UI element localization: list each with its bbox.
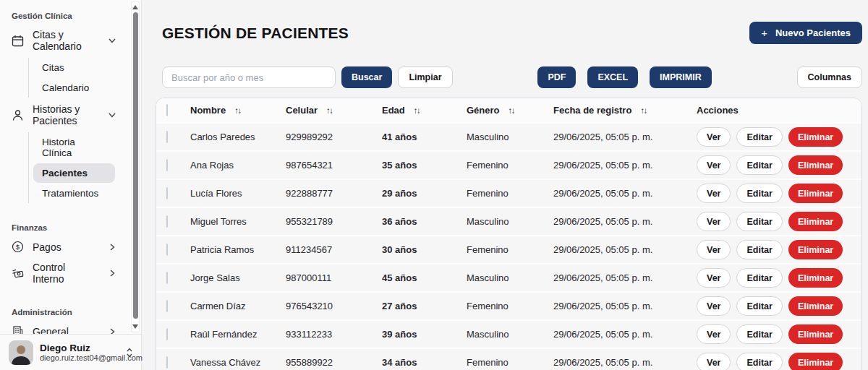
section-administracion: Administración	[0, 289, 141, 321]
row-checkbox[interactable]	[166, 356, 168, 369]
view-button[interactable]: Ver	[697, 212, 731, 231]
cell-date: 29/06/2025, 05:05 p. m.	[553, 244, 697, 255]
user-icon	[12, 109, 24, 121]
view-button[interactable]: Ver	[697, 324, 731, 344]
search-button[interactable]: Buscar	[341, 66, 392, 88]
sidebar-item-label: Pagos	[33, 241, 99, 253]
new-patient-button[interactable]: + Nuevo Pacientes	[749, 22, 862, 44]
delete-button[interactable]: Eliminar	[788, 184, 843, 203]
row-checkbox[interactable]	[166, 300, 168, 312]
sidebar-item-citas-calendario[interactable]: Citas y Calendario	[0, 25, 141, 56]
sidebar-item-citas[interactable]: Citas	[33, 58, 115, 77]
chevron-right-icon	[108, 269, 116, 278]
pdf-button[interactable]: PDF	[537, 66, 576, 88]
view-button[interactable]: Ver	[697, 127, 731, 147]
scroll-down-icon[interactable]	[132, 322, 139, 331]
sidebar-item-pagos[interactable]: $ Pagos	[0, 236, 141, 257]
edit-button[interactable]: Editar	[736, 353, 782, 370]
cell-age: 36 años	[382, 216, 467, 227]
view-button[interactable]: Ver	[697, 353, 731, 370]
cell-age: 35 años	[382, 160, 467, 171]
delete-button[interactable]: Eliminar	[788, 353, 843, 370]
excel-button[interactable]: EXCEL	[587, 66, 638, 88]
cell-name: Carlos Paredes	[190, 132, 286, 142]
edit-button[interactable]: Editar	[736, 184, 782, 203]
print-button[interactable]: IMPRIMIR	[650, 66, 712, 88]
export-group: PDF EXCEL IMPRIMIR	[537, 66, 711, 88]
edit-button[interactable]: Editar	[736, 240, 782, 259]
row-checkbox[interactable]	[166, 131, 168, 143]
sort-icon[interactable]: ↑↓	[234, 106, 241, 115]
historias-sub-list: Historia Clínica Pacientes Tratamientos	[28, 132, 115, 203]
cell-date: 29/06/2025, 05:05 p. m.	[553, 160, 697, 171]
sidebar-item-historia-clinica[interactable]: Historia Clínica	[33, 132, 115, 163]
cell-date: 29/06/2025, 05:05 p. m.	[553, 188, 697, 199]
delete-button[interactable]: Eliminar	[788, 127, 843, 147]
edit-button[interactable]: Editar	[736, 155, 782, 175]
sidebar-scrollbar[interactable]	[131, 1, 140, 332]
select-all-checkbox[interactable]	[166, 104, 168, 116]
delete-button[interactable]: Eliminar	[788, 212, 843, 231]
chevron-down-icon	[108, 36, 116, 45]
sidebar-item-control-interno[interactable]: Control Interno	[0, 257, 141, 289]
view-button[interactable]: Ver	[697, 184, 731, 203]
col-header-edad: Edad	[382, 105, 405, 116]
scrollbar-thumb[interactable]	[133, 12, 138, 319]
table-row: Ana Rojas 987654321 35 años Femenino 29/…	[156, 150, 861, 178]
cell-age: 45 años	[382, 272, 467, 283]
col-header-genero: Género	[467, 105, 500, 116]
delete-button[interactable]: Eliminar	[788, 324, 843, 344]
row-checkbox[interactable]	[166, 159, 168, 171]
row-checkbox[interactable]	[166, 328, 168, 340]
row-checkbox[interactable]	[166, 272, 168, 284]
user-menu[interactable]: Diego Ruiz diego.ruiz.test04@gmail.com	[0, 334, 141, 370]
cell-age: 39 años	[382, 329, 467, 340]
table-row: Lucía Flores 922888777 29 años Femenino …	[156, 178, 861, 207]
sidebar-item-calendario[interactable]: Calendario	[33, 78, 115, 98]
edit-button[interactable]: Editar	[736, 324, 782, 344]
sort-icon[interactable]: ↑↓	[640, 106, 647, 115]
clear-button[interactable]: Limpiar	[398, 66, 452, 88]
row-checkbox[interactable]	[166, 244, 168, 256]
cell-name: Patricia Ramos	[190, 244, 286, 255]
sidebar-item-tratamientos[interactable]: Tratamientos	[33, 184, 115, 203]
view-button[interactable]: Ver	[697, 268, 731, 288]
sort-icon[interactable]: ↑↓	[509, 106, 515, 115]
col-header-nombre: Nombre	[190, 105, 226, 116]
row-checkbox[interactable]	[166, 187, 168, 199]
table-row: Vanessa Chávez 955889922 34 años Femenin…	[156, 348, 861, 370]
sort-icon[interactable]: ↑↓	[414, 106, 420, 115]
edit-button[interactable]: Editar	[736, 268, 782, 288]
columns-button[interactable]: Columnas	[797, 66, 862, 88]
edit-button[interactable]: Editar	[736, 212, 782, 231]
search-input[interactable]	[162, 66, 336, 88]
delete-button[interactable]: Eliminar	[788, 296, 843, 316]
scroll-up-icon[interactable]	[132, 3, 139, 12]
cell-age: 34 años	[382, 357, 467, 368]
cell-age: 41 años	[382, 132, 467, 142]
view-button[interactable]: Ver	[697, 296, 731, 316]
cell-date: 29/06/2025, 05:05 p. m.	[553, 301, 697, 311]
user-meta: Diego Ruiz diego.ruiz.test04@gmail.com	[40, 343, 119, 362]
section-gestion-clinica: Gestión Clínica	[0, 4, 141, 25]
view-button[interactable]: Ver	[697, 240, 731, 259]
edit-button[interactable]: Editar	[736, 127, 782, 147]
sort-icon[interactable]: ↑↓	[326, 106, 333, 115]
delete-button[interactable]: Eliminar	[788, 240, 843, 259]
row-checkbox[interactable]	[166, 215, 168, 228]
sidebar-item-pacientes[interactable]: Pacientes	[33, 163, 115, 183]
cell-phone: 933112233	[286, 329, 382, 340]
edit-button[interactable]: Editar	[736, 296, 782, 316]
up-down-chevron-icon[interactable]	[125, 347, 134, 358]
view-button[interactable]: Ver	[697, 155, 731, 175]
sidebar-item-historias-pacientes[interactable]: Historias y Pacientes	[0, 99, 141, 131]
chevron-right-icon	[108, 243, 116, 251]
calendar-icon	[12, 35, 24, 47]
sidebar-item-label: Citas y Calendario	[33, 29, 99, 52]
delete-button[interactable]: Eliminar	[788, 268, 843, 288]
delete-button[interactable]: Eliminar	[788, 155, 843, 175]
cell-name: Ana Rojas	[190, 160, 286, 171]
table-row: Carlos Paredes 929989292 41 años Masculi…	[156, 122, 861, 150]
page-title: GESTIÓN DE PACIENTES	[162, 25, 349, 42]
avatar	[9, 340, 33, 365]
